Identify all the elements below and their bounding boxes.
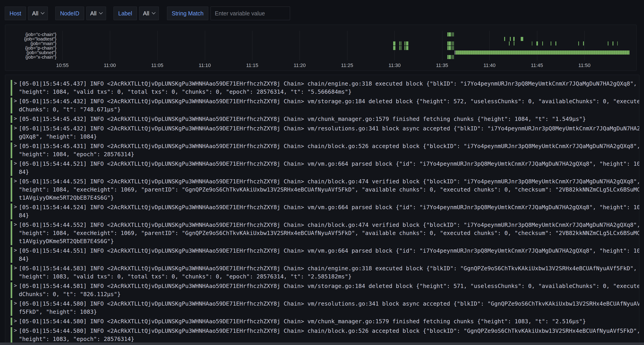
log-row[interactable]: >[05-01|15:54:45.431] INFO <2AcRkXTLLtQj… xyxy=(5,142,639,159)
timeline-segment xyxy=(452,41,453,45)
timeline-segment xyxy=(532,41,532,45)
variable-value-nodeid: All xyxy=(90,10,96,17)
log-volume-timeline-panel: {job="c-chain"}{job="loadtest"}{job="mai… xyxy=(5,25,636,71)
chevron-down-icon xyxy=(152,11,156,14)
timeline-segment xyxy=(452,32,452,36)
string-match-input[interactable] xyxy=(210,6,290,20)
timeline-segment xyxy=(617,41,618,45)
variable-group-host: Host All xyxy=(5,6,48,20)
log-row[interactable]: >[05-01|15:54:44.580] INFO <2AcRkXTLLtQj… xyxy=(5,327,639,343)
log-row[interactable]: >[05-01|15:54:44.580] INFO <2AcRkXTLLtQj… xyxy=(5,300,639,316)
expand-chevron-icon[interactable]: > xyxy=(14,115,17,121)
expand-chevron-icon[interactable]: > xyxy=(14,204,17,210)
log-row[interactable]: >[05-01|15:54:44.521] INFO <2AcRkXTLLtQj… xyxy=(5,160,639,176)
chevron-down-icon xyxy=(41,11,45,14)
timeline-series-labels: {job="c-chain"}{job="loadtest"}{job="mai… xyxy=(5,31,59,61)
log-message: [05-01|15:54:44.583] INFO <2AcRkXTLLtQjv… xyxy=(19,264,640,281)
variable-label-label: Label xyxy=(114,6,137,20)
log-message: [05-01|15:54:45.437] INFO <2AcRkXTLLtQjv… xyxy=(19,80,640,96)
x-axis-tick-label: 11:30 xyxy=(388,62,401,68)
expand-chevron-icon[interactable]: > xyxy=(14,300,17,306)
timeline-segment xyxy=(452,55,453,59)
logs-panel: >[05-01|15:54:45.437] INFO <2AcRkXTLLtQj… xyxy=(5,75,640,343)
series-label: {job="main"} xyxy=(30,41,56,46)
variable-label-string-match: String Match xyxy=(167,6,208,20)
log-level-bar xyxy=(11,115,12,123)
x-axis-tick-label: 11:20 xyxy=(294,62,306,68)
log-row[interactable]: >[05-01|15:54:44.551] INFO <2AcRkXTLLtQj… xyxy=(5,247,639,263)
x-axis-tick-label: 11:40 xyxy=(483,62,495,68)
log-level-bar xyxy=(11,178,12,202)
timeline-segment xyxy=(521,37,523,41)
timeline-segment xyxy=(448,32,451,36)
expand-chevron-icon[interactable]: > xyxy=(14,327,17,333)
log-row[interactable]: >[05-01|15:54:44.580] INFO <2AcRkXTLLtQj… xyxy=(5,317,639,326)
expand-chevron-icon[interactable]: > xyxy=(14,265,17,271)
series-label: {job="c-chain"} xyxy=(26,32,56,37)
log-row[interactable]: >[05-01|15:54:44.552] INFO <2AcRkXTLLtQj… xyxy=(5,221,639,246)
log-message: [05-01|15:54:45.431] INFO <2AcRkXTLLtQjv… xyxy=(19,142,640,158)
variable-select-nodeid[interactable]: All xyxy=(86,6,106,20)
expand-chevron-icon[interactable]: > xyxy=(14,221,17,227)
timeline-segment xyxy=(454,46,454,50)
timeline-segment xyxy=(447,41,448,45)
timeline-segment xyxy=(510,37,511,41)
log-row[interactable]: >[05-01|15:54:44.583] INFO <2AcRkXTLLtQj… xyxy=(5,264,639,281)
timeline-segment xyxy=(401,46,401,50)
log-row[interactable]: >[05-01|15:54:44.525] INFO <2AcRkXTLLtQj… xyxy=(5,177,639,202)
log-row[interactable]: >[05-01|15:54:45.432] INFO <2AcRkXTLLtQj… xyxy=(5,97,639,114)
expand-chevron-icon[interactable]: > xyxy=(14,318,17,324)
log-row[interactable]: >[05-01|15:54:45.437] INFO <2AcRkXTLLtQj… xyxy=(5,79,639,96)
horizontal-scrollbar[interactable] xyxy=(0,343,644,345)
timeline-segment xyxy=(514,41,514,45)
log-row[interactable]: >[05-01|15:54:45.432] INFO <2AcRkXTLLtQj… xyxy=(5,115,639,123)
expand-chevron-icon[interactable]: > xyxy=(14,143,17,148)
timeline-segment xyxy=(406,41,408,45)
timeline-segment xyxy=(448,55,451,59)
timeline-segment xyxy=(452,46,453,50)
expand-chevron-icon[interactable]: > xyxy=(14,247,17,253)
timeline-segment xyxy=(399,41,400,45)
log-message: [05-01|15:54:45.432] INFO <2AcRkXTLLtQjv… xyxy=(19,115,640,123)
timeline-segment xyxy=(452,41,452,45)
log-row[interactable]: >[05-01|15:54:44.524] INFO <2AcRkXTLLtQj… xyxy=(5,203,639,220)
timeline-segment xyxy=(578,41,579,45)
expand-chevron-icon[interactable]: > xyxy=(14,125,17,131)
expand-chevron-icon[interactable]: > xyxy=(14,80,17,86)
x-axis-tick-label: 10:55 xyxy=(56,62,69,68)
timeline-plot[interactable] xyxy=(62,31,635,61)
timeline-segment xyxy=(542,41,543,45)
x-axis-tick-label: 11:05 xyxy=(151,62,163,68)
log-list: >[05-01|15:54:45.437] INFO <2AcRkXTLLtQj… xyxy=(5,79,639,343)
variable-select-host[interactable]: All xyxy=(28,6,48,20)
timeline-segment xyxy=(583,41,584,45)
timeline-segment xyxy=(551,41,551,45)
timeline-segment xyxy=(454,41,454,45)
timeline-segment xyxy=(393,41,396,45)
expand-chevron-icon[interactable]: > xyxy=(14,98,17,104)
log-message: [05-01|15:54:45.432] INFO <2AcRkXTLLtQjv… xyxy=(19,97,640,114)
log-level-bar xyxy=(11,221,12,245)
timeline-segment xyxy=(447,55,448,59)
log-level-bar xyxy=(11,265,12,281)
expand-chevron-icon[interactable]: > xyxy=(14,178,17,184)
log-level-bar xyxy=(11,282,12,298)
timeline-segment xyxy=(513,37,514,41)
log-message: [05-01|15:54:44.521] INFO <2AcRkXTLLtQjv… xyxy=(19,160,640,176)
expand-chevron-icon[interactable]: > xyxy=(14,283,17,288)
expand-chevron-icon[interactable]: > xyxy=(14,160,17,166)
log-level-bar xyxy=(11,80,12,96)
log-row[interactable]: >[05-01|15:54:44.581] INFO <2AcRkXTLLtQj… xyxy=(5,282,639,299)
log-row[interactable]: >[05-01|15:54:45.432] INFO <2AcRkXTLLtQj… xyxy=(5,124,639,141)
variable-group-string-match: String Match xyxy=(167,6,290,20)
timeline-segment xyxy=(404,41,406,45)
variable-group-nodeid: NodeID All xyxy=(55,6,106,20)
gridline xyxy=(442,31,442,60)
x-axis-tick-label: 11:15 xyxy=(246,62,258,68)
series-label: {job="p-chain"} xyxy=(25,46,56,50)
timeline-segment xyxy=(448,46,451,50)
timeline-segment xyxy=(536,41,538,45)
gridline xyxy=(252,31,252,60)
variable-select-label[interactable]: All xyxy=(139,6,159,20)
chevron-down-icon xyxy=(99,11,103,14)
